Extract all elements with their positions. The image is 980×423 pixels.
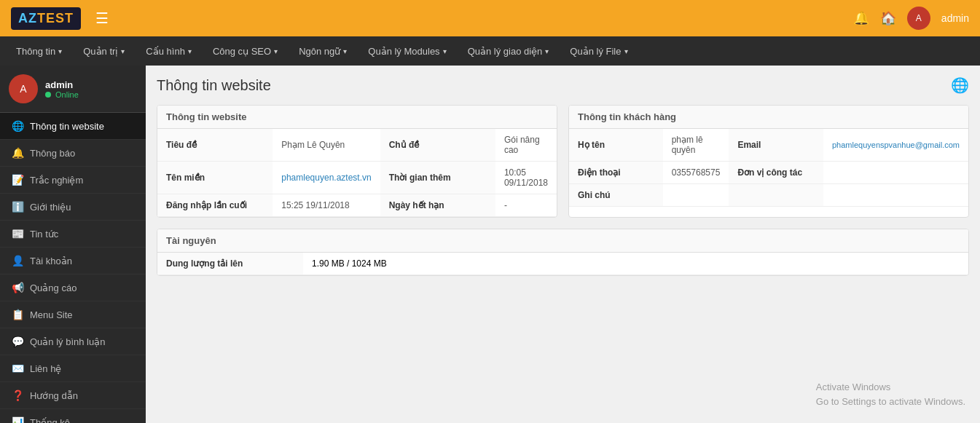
sidebar: A admin Online 🌐 Thông tin website 🔔 Thô… bbox=[0, 66, 146, 423]
hamburger-icon[interactable]: ☰ bbox=[95, 9, 109, 27]
logo: AZTEST bbox=[11, 7, 81, 30]
table-row: Tên miền phamlequyen.aztest.vn Thời gian… bbox=[157, 162, 557, 194]
resource-panel: Tài nguyên Dung lượng tải lên 1.90 MB / … bbox=[157, 229, 969, 276]
nav-label: Công cụ SEO bbox=[213, 46, 271, 57]
label-dangnhap: Đăng nhập lần cuối bbox=[157, 194, 273, 217]
info-icon: ℹ️ bbox=[11, 201, 24, 213]
chevron-down-icon: ▾ bbox=[343, 47, 347, 55]
sidebar-item-taikhoan[interactable]: 👤 Tài khoản bbox=[0, 248, 146, 274]
value-tenmien[interactable]: phamlequyen.aztest.vn bbox=[273, 162, 380, 194]
nav-item-modules[interactable]: Quản lý Modules ▾ bbox=[359, 40, 455, 63]
mail-icon: ✉️ bbox=[11, 363, 24, 374]
nav-item-quantri[interactable]: Quản trị ▾ bbox=[74, 40, 133, 63]
sidebar-item-label: Quản lý bình luận bbox=[30, 336, 105, 347]
sidebar-item-thongbao[interactable]: 🔔 Thông báo bbox=[0, 140, 146, 167]
header-left: AZTEST ☰ bbox=[11, 7, 109, 30]
sidebar-item-quangcao[interactable]: 📢 Quảng cáo bbox=[0, 274, 146, 301]
value-empty bbox=[823, 184, 968, 207]
value-dangnhap: 15:25 19/11/2018 bbox=[273, 194, 380, 217]
website-info-table: Tiêu đề Phạm Lê Quyên Chủ đề Gói nâng ca… bbox=[157, 129, 557, 217]
sidebar-item-label: Hướng dẫn bbox=[30, 390, 78, 401]
label-dienthoai: Điện thoại bbox=[569, 162, 663, 184]
sidebar-item-thongke[interactable]: 📊 Thống kê bbox=[0, 409, 146, 423]
sidebar-item-label: Thông báo bbox=[30, 148, 75, 159]
sidebar-item-label: Tin tức bbox=[30, 229, 58, 240]
admin-label: admin bbox=[941, 12, 969, 24]
bell-icon[interactable]: 🔔 bbox=[853, 10, 869, 26]
sidebar-item-thongtin-website[interactable]: 🌐 Thông tin website bbox=[0, 113, 146, 140]
value-hoten: phạm lê quyên bbox=[663, 129, 729, 162]
value-chude: Gói nâng cao bbox=[495, 129, 557, 162]
nav-menu: Thông tin ▾ Quản trị ▾ Cấu hình ▾ Công c… bbox=[0, 36, 980, 66]
home-icon[interactable]: 🏠 bbox=[880, 10, 896, 26]
nav-item-ngonngu[interactable]: Ngôn ngữ ▾ bbox=[290, 40, 356, 63]
admin-avatar: A bbox=[907, 7, 930, 30]
globe-icon: 🌐 bbox=[11, 120, 24, 132]
label-dungluong: Dung lượng tải lên bbox=[157, 253, 303, 275]
main-layout: A admin Online 🌐 Thông tin website 🔔 Thô… bbox=[0, 66, 980, 423]
nav-label: Thông tin bbox=[16, 46, 55, 57]
table-row: Họ tên phạm lê quyên Email phamlequyensp… bbox=[569, 129, 968, 162]
table-row: Ghi chú bbox=[569, 184, 968, 207]
resource-panel-header: Tài nguyên bbox=[157, 229, 968, 253]
sidebar-item-huongdan[interactable]: ❓ Hướng dẫn bbox=[0, 382, 146, 409]
nav-item-congseo[interactable]: Công cụ SEO ▾ bbox=[204, 40, 286, 63]
nav-label: Ngôn ngữ bbox=[299, 46, 340, 57]
sidebar-item-label: Thống kê bbox=[30, 417, 70, 424]
quiz-icon: 📝 bbox=[11, 174, 24, 186]
value-donvi bbox=[823, 162, 968, 184]
sidebar-item-gioithieu[interactable]: ℹ️ Giới thiệu bbox=[0, 194, 146, 221]
chevron-down-icon: ▾ bbox=[121, 47, 125, 55]
label-hoten: Họ tên bbox=[569, 129, 663, 162]
sidebar-status: Online bbox=[45, 90, 79, 99]
sidebar-item-menusite[interactable]: 📋 Menu Site bbox=[0, 301, 146, 328]
value-dienthoai: 0355768575 bbox=[663, 162, 729, 184]
sidebar-item-binhluan[interactable]: 💬 Quản lý bình luận bbox=[0, 328, 146, 355]
news-icon: 📰 bbox=[11, 228, 24, 240]
label-email: Email bbox=[729, 129, 823, 162]
sidebar-item-lienhe[interactable]: ✉️ Liên hệ bbox=[0, 355, 146, 382]
sidebar-item-label: Quảng cáo bbox=[30, 282, 77, 293]
sidebar-username: admin bbox=[45, 79, 79, 90]
sidebar-item-label: Tài khoản bbox=[30, 256, 72, 266]
user-icon: 👤 bbox=[11, 255, 24, 266]
sidebar-item-tintuc[interactable]: 📰 Tin tức bbox=[0, 221, 146, 248]
customer-info-table: Họ tên phạm lê quyên Email phamlequyensp… bbox=[569, 129, 968, 207]
chevron-down-icon: ▾ bbox=[624, 47, 628, 55]
value-thoigian: 10:05 09/11/2018 bbox=[495, 162, 557, 194]
menu-icon: 📋 bbox=[11, 309, 24, 320]
value-hethan: - bbox=[495, 194, 557, 217]
sidebar-item-label: Thông tin website bbox=[30, 121, 104, 132]
sidebar-avatar: A bbox=[9, 74, 38, 103]
nav-item-giaodien[interactable]: Quản lý giao diện ▾ bbox=[459, 40, 558, 63]
website-info-panel: Thông tin website Tiêu đề Phạm Lê Quyên … bbox=[157, 105, 557, 218]
customer-info-panel: Thông tin khách hàng Họ tên phạm lê quyê… bbox=[568, 105, 969, 218]
value-ghichu bbox=[663, 184, 729, 207]
logo-test: TEST bbox=[37, 11, 74, 25]
nav-item-cauhinh[interactable]: Cấu hình ▾ bbox=[137, 40, 200, 63]
resource-table: Dung lượng tải lên 1.90 MB / 1024 MB bbox=[157, 253, 968, 275]
sidebar-item-label: Trắc nghiệm bbox=[30, 175, 83, 186]
nav-label: Cấu hình bbox=[146, 46, 185, 57]
website-info-panel-header: Thông tin website bbox=[157, 106, 557, 129]
status-label: Online bbox=[55, 90, 79, 99]
sidebar-user: A admin Online bbox=[0, 66, 146, 113]
nav-label: Quản trị bbox=[83, 46, 118, 57]
top-header: AZTEST ☰ 🔔 🏠 A admin bbox=[0, 0, 980, 36]
page-globe-icon[interactable]: 🌐 bbox=[951, 76, 969, 94]
label-ghichu: Ghi chú bbox=[569, 184, 663, 207]
help-icon: ❓ bbox=[11, 390, 24, 401]
nav-item-file[interactable]: Quản lý File ▾ bbox=[561, 40, 636, 63]
comment-icon: 💬 bbox=[11, 336, 24, 347]
table-row: Đăng nhập lần cuối 15:25 19/11/2018 Ngày… bbox=[157, 194, 557, 217]
sidebar-item-tracnghiem[interactable]: 📝 Trắc nghiệm bbox=[0, 167, 146, 194]
value-dungluong: 1.90 MB / 1024 MB bbox=[303, 253, 968, 275]
main-content: Thông tin website 🌐 Thông tin website Ti… bbox=[146, 66, 980, 423]
value-email[interactable]: phamlequyenspvanhue@gmail.com bbox=[823, 129, 968, 162]
label-tieude: Tiêu đề bbox=[157, 129, 273, 162]
page-title: Thông tin website bbox=[157, 77, 271, 94]
chevron-down-icon: ▾ bbox=[545, 47, 549, 55]
nav-item-thongtin[interactable]: Thông tin ▾ bbox=[7, 40, 71, 63]
ad-icon: 📢 bbox=[11, 282, 24, 293]
label-empty bbox=[729, 184, 823, 207]
